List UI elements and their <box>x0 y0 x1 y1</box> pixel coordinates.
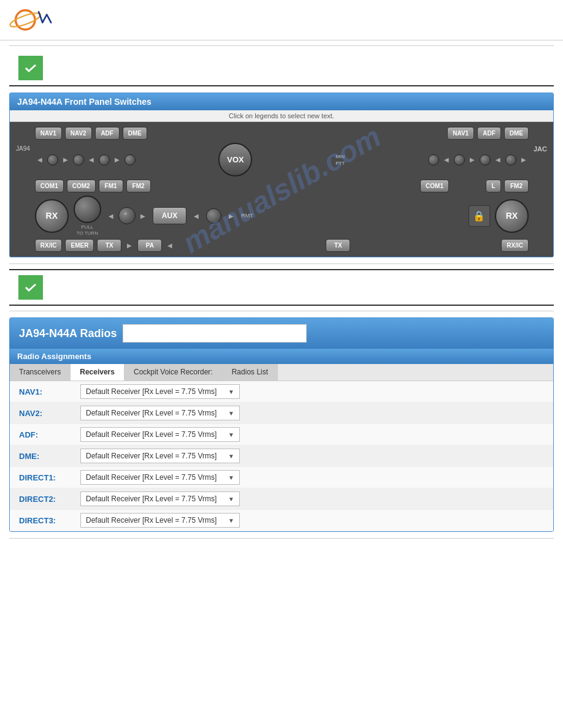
arrow-left-4[interactable]: ◀ <box>493 155 503 165</box>
knob-3[interactable] <box>99 154 110 165</box>
tab-transceivers[interactable]: Transceivers <box>10 364 71 381</box>
assignment-direct1: DIRECT1: Default Receiver [Rx Level = 7.… <box>10 467 553 488</box>
radios-search-box[interactable] <box>123 324 307 343</box>
arrow-right-1[interactable]: ▶ <box>61 155 71 165</box>
arrow-right-3[interactable]: ▶ <box>467 155 477 165</box>
select-box-nav1[interactable]: Default Receiver [Rx Level = 7.75 Vrms] … <box>80 384 240 399</box>
knob-7[interactable] <box>480 154 491 165</box>
arrow-right-2[interactable]: ▶ <box>112 155 122 165</box>
select-direct3[interactable]: Default Receiver [Rx Level = 7.75 Vrms] … <box>80 513 240 528</box>
knob-1[interactable] <box>47 154 58 165</box>
dropdown-arrow-dme: ▼ <box>228 453 234 460</box>
arrow-right-6[interactable]: ▶ <box>226 211 236 221</box>
label-direct2: DIRECT2: <box>19 495 80 504</box>
pull-to-turn-knob[interactable] <box>74 195 101 223</box>
select-box-direct2[interactable]: Default Receiver [Rx Level = 7.75 Vrms] … <box>80 491 240 506</box>
btn-dme-left[interactable]: DME <box>123 127 147 140</box>
radios-title-bar: JA94-N44A Radios <box>10 318 553 349</box>
vox-button[interactable]: VOX <box>218 143 252 176</box>
bottom-separator <box>9 311 554 311</box>
arrow-left-5[interactable]: ◀ <box>106 211 116 221</box>
tab-radios-list[interactable]: Radios List <box>223 364 278 381</box>
arrow-left-3[interactable]: ◀ <box>442 155 451 165</box>
arrow-left-1[interactable]: ◀ <box>35 155 45 165</box>
logo <box>9 6 52 34</box>
ja94-label: JA94 <box>16 145 30 152</box>
select-box-dme[interactable]: Default Receiver [Rx Level = 7.75 Vrms] … <box>80 449 240 463</box>
rmt-label: RMT <box>241 213 253 219</box>
label-nav2: NAV2: <box>19 409 80 418</box>
btn-tx-right[interactable]: TX <box>326 239 350 252</box>
assignment-direct2: DIRECT2: Default Receiver [Rx Level = 7.… <box>10 488 553 510</box>
btn-adf[interactable]: ADF <box>95 127 120 140</box>
knob-6[interactable] <box>454 154 465 165</box>
arrow-tx-left[interactable]: ▶ <box>124 241 134 251</box>
select-adf[interactable]: Default Receiver [Rx Level = 7.75 Vrms] … <box>80 427 240 442</box>
rx-button-left[interactable]: RX <box>35 199 69 233</box>
arrow-pa-left[interactable]: ◀ <box>165 241 175 251</box>
header-separator <box>9 45 554 46</box>
knob-9[interactable] <box>206 208 221 224</box>
svg-point-1 <box>9 10 42 29</box>
assignment-dme: DME: Default Receiver [Rx Level = 7.75 V… <box>10 446 553 467</box>
label-adf: ADF: <box>19 430 80 439</box>
arrow-right-4[interactable]: ▶ <box>519 155 529 165</box>
knob-5[interactable] <box>428 154 439 165</box>
btn-fm2-left[interactable]: FM2 <box>126 180 151 192</box>
assignment-nav2: NAV2: Default Receiver [Rx Level = 7.75 … <box>10 403 553 424</box>
dropdown-arrow-direct3: ▼ <box>228 517 234 524</box>
dropdown-arrow-adf: ▼ <box>228 431 234 438</box>
header <box>0 0 563 40</box>
checkmark-icon-bottom <box>18 275 43 300</box>
select-dme[interactable]: Default Receiver [Rx Level = 7.75 Vrms] … <box>80 449 240 463</box>
tab-cockpit-voice[interactable]: Cockpit Voice Recorder: <box>124 364 223 381</box>
checkmark-icon-top <box>18 56 43 80</box>
middle-separator <box>9 264 554 264</box>
btn-pa[interactable]: PA <box>137 239 162 252</box>
tab-receivers[interactable]: Receivers <box>71 364 124 381</box>
select-box-direct1[interactable]: Default Receiver [Rx Level = 7.75 Vrms] … <box>80 470 240 485</box>
assignment-nav1: NAV1: Default Receiver [Rx Level = 7.75 … <box>10 381 553 403</box>
label-direct1: DIRECT1: <box>19 473 80 482</box>
select-box-nav2[interactable]: Default Receiver [Rx Level = 7.75 Vrms] … <box>80 406 240 420</box>
btn-rxic-right[interactable]: RX/IC <box>501 239 529 252</box>
btn-l-right[interactable]: L <box>486 180 501 192</box>
btn-com2[interactable]: COM2 <box>67 180 96 192</box>
label-direct3: DIRECT3: <box>19 516 80 525</box>
rx-button-right[interactable]: RX <box>495 199 529 233</box>
final-separator <box>9 538 554 539</box>
btn-rxic-left[interactable]: RX/IC <box>35 239 63 252</box>
assignment-adf: ADF: Default Receiver [Rx Level = 7.75 V… <box>10 424 553 446</box>
knob-8[interactable] <box>505 154 516 165</box>
btn-aux[interactable]: AUX <box>153 207 186 224</box>
btn-emer[interactable]: EMER <box>65 239 94 252</box>
pull-to-turn-label: PULLTO TURN <box>77 224 98 236</box>
select-box-direct3[interactable]: Default Receiver [Rx Level = 7.75 Vrms] … <box>80 513 240 528</box>
front-panel-container: JA94-N44A Front Panel Switches Click on … <box>9 93 554 257</box>
select-direct1[interactable]: Default Receiver [Rx Level = 7.75 Vrms] … <box>80 470 240 485</box>
btn-dme-right[interactable]: DME <box>504 127 529 140</box>
btn-nav1-right[interactable]: NAV1 <box>447 127 474 140</box>
select-nav2[interactable]: Default Receiver [Rx Level = 7.75 Vrms] … <box>80 406 240 420</box>
arrow-right-5[interactable]: ▶ <box>138 211 148 221</box>
knob-2[interactable] <box>73 154 84 165</box>
select-nav1[interactable]: Default Receiver [Rx Level = 7.75 Vrms] … <box>80 384 240 399</box>
btn-adf-right[interactable]: ADF <box>477 127 501 140</box>
min-ptt-labels: MIN PTT <box>335 154 345 166</box>
knob-4[interactable] <box>124 154 136 165</box>
btn-fm2-right[interactable]: FM2 <box>504 180 529 192</box>
select-direct2[interactable]: Default Receiver [Rx Level = 7.75 Vrms] … <box>80 491 240 506</box>
btn-com1-right[interactable]: COM1 <box>420 180 449 192</box>
btn-nav1-left[interactable]: NAV1 <box>35 127 62 140</box>
btn-fm1[interactable]: FM1 <box>99 180 123 192</box>
btn-com1-left[interactable]: COM1 <box>35 180 64 192</box>
select-box-adf[interactable]: Default Receiver [Rx Level = 7.75 Vrms] … <box>80 427 240 442</box>
tabs-row: Transceivers Receivers Cockpit Voice Rec… <box>10 364 553 381</box>
arrow-left-6[interactable]: ◀ <box>191 211 201 221</box>
click-instruction: Click on legends to select new text. <box>10 110 553 122</box>
radio-panel: manualslib.com JA94 NAV1 NAV2 ADF DME NA… <box>10 122 553 257</box>
icon-btn[interactable]: 🔒 <box>469 205 490 227</box>
btn-nav2-left[interactable]: NAV2 <box>65 127 92 140</box>
arrow-left-2[interactable]: ◀ <box>86 155 96 165</box>
btn-tx-left[interactable]: TX <box>97 239 121 252</box>
